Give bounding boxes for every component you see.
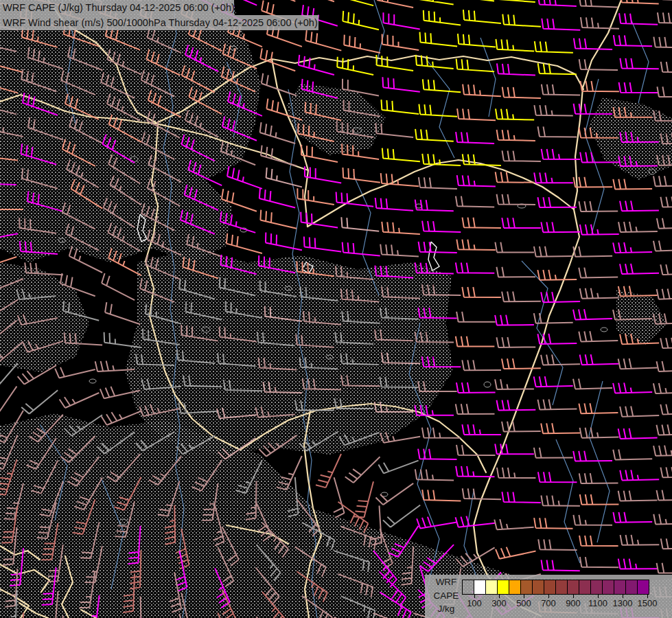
cape-scale-tick-label: 1500 [634,598,661,608]
cape-scale-tick-label: 1300 [609,598,636,608]
cape-scale-cell [544,580,556,595]
cape-scale-cell [462,580,474,595]
wrf-forecast-map-image: WRF CAPE (J/kg) Thursday 04-12-2025 06:0… [0,0,672,618]
legend-label-units: J/kg [430,602,462,616]
cape-scale-cell [520,580,533,595]
cape-scale-cell [614,580,626,595]
cape-scale-cell [509,580,521,595]
cape-scale-cell [567,580,579,595]
cape-scale-cell [625,580,638,595]
cape-scale-cell [579,580,591,595]
cape-scale-tick-label: 700 [535,598,562,608]
title-wind-shear: WRF Wind shear (m/s) 500/1000hPa Thursda… [0,15,318,30]
cape-scale-cell [532,580,544,595]
legend-label-field: CAPE [430,589,462,603]
cape-scale-cell [474,580,486,595]
legend-label-model: WRF [430,575,462,589]
cape-scale-tick-label: 100 [461,598,488,608]
title-cape: WRF CAPE (J/kg) Thursday 04-12-2025 06:0… [0,0,234,15]
cape-scale-cell [555,580,568,595]
cape-colorbar [462,580,649,595]
cape-scale-tick-label: 1100 [584,598,612,608]
cape-scale-tick-label: 300 [485,598,513,608]
cape-scale-tick-label: 900 [559,598,587,608]
cape-scale-tick-label: 500 [510,598,537,608]
cape-stipple-region [125,249,453,455]
cape-scale-cell [485,580,498,595]
weather-map-canvas [0,0,672,618]
cape-scale-cell [602,580,614,595]
cape-scale-cell [590,580,603,595]
cape-legend-label: WRF CAPE J/kg [430,575,462,616]
cape-scale-cell [637,580,649,595]
cape-scale-cell [497,580,509,595]
cape-legend: WRF CAPE J/kg 10030050070090011001300150… [425,575,672,618]
